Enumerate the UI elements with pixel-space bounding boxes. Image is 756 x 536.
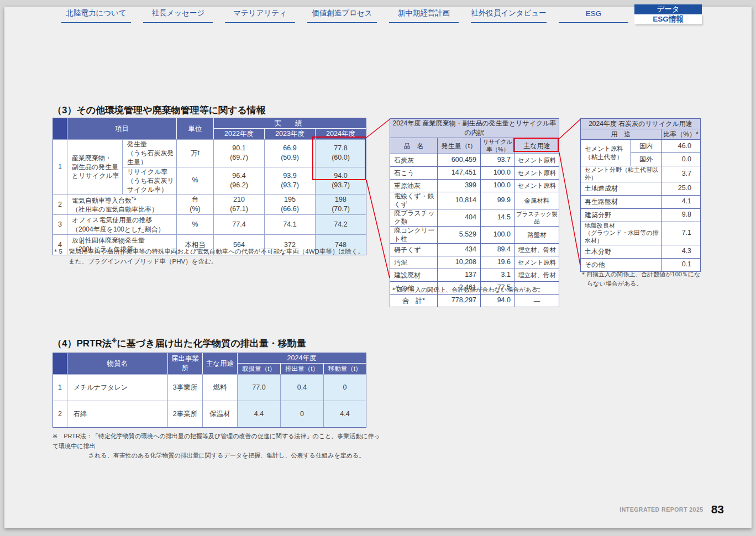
use-cell: 燃料	[202, 374, 237, 401]
col-header-emitted: 排出量（t）	[280, 364, 323, 374]
table-row: 廃コンクリート柱 5,529 100.0 路盤材	[390, 226, 559, 243]
nav-tab-about[interactable]: 北陸電力について	[61, 4, 131, 23]
rate-value: 7.1	[661, 222, 700, 245]
rate-value: 4.3	[661, 245, 700, 258]
col-header-fy2022: 2022年度	[213, 129, 264, 139]
waste-name: 重原油灰	[390, 179, 437, 192]
coalash-table-title: 2024年度 石炭灰のリサイクル用途	[581, 119, 700, 129]
table-row: セメント分野（粘土代替以外） 3.7	[581, 166, 700, 182]
value-fy2022: 210 (67.1)	[213, 194, 264, 214]
use-label: セメント分野（粘土代替以外）	[581, 166, 661, 182]
nav-tab-esg[interactable]: ESG	[559, 4, 628, 23]
table-row: 再生路盤材 4.1	[581, 195, 700, 208]
moved-value: 4.4	[323, 401, 366, 427]
emitted-value: 0.4	[280, 374, 323, 401]
table-row: 電線くず・鉄くず 10,814 99.9 金属材料	[390, 192, 559, 209]
total-rate: 94.0	[480, 294, 514, 307]
nav-tab-outside-directors[interactable]: 社外役員インタビュー	[471, 4, 547, 23]
value-fy2022: 96.4 (96.2)	[213, 167, 264, 195]
moved-value: 0	[323, 374, 366, 401]
section3-footnote: ＊5 緊急用車両や高所作業車等の特殊車両および電気自動車への代替が不可能な車両（…	[53, 246, 373, 267]
col-header-office: 届出事業所	[167, 353, 202, 374]
waste-rate: 100.0	[480, 166, 514, 179]
rate-value: 0.0	[661, 153, 700, 166]
nav-tab-president-message[interactable]: 社長メッセージ	[143, 4, 213, 23]
table-row: セメント原料 （粘土代替） 国内 46.0	[581, 139, 700, 153]
table-row: 石こう 147,451 100.0 セメント原料	[390, 166, 559, 179]
section3-table: 項目 単位 実 績 2022年度 2023年度 2024年度 1 産業廃棄物・ …	[53, 118, 366, 255]
corner-cell	[53, 118, 67, 139]
value-fy2023: 74.1	[264, 214, 315, 234]
waste-rate: 93.7	[480, 154, 514, 166]
overseas-label: 国外	[631, 153, 661, 166]
waste-name: 石炭灰	[390, 154, 437, 166]
row-number: 1	[53, 139, 67, 194]
use-label: 建築分野	[581, 208, 661, 222]
waste-rate: 100.0	[480, 179, 514, 192]
col-header-moved: 移動量（t）	[323, 364, 366, 374]
nav-tab-value-creation[interactable]: 価値創造プロセス	[307, 4, 377, 23]
table-row: 建築分野 9.8	[581, 208, 700, 222]
col-header-handled: 取扱量（t）	[237, 364, 280, 374]
rate-value: 4.1	[661, 195, 700, 208]
table-row: 土地造成材 25.0	[581, 182, 700, 195]
waste-amount: 137	[437, 269, 480, 281]
table-row: 地盤改良材 （グラウンド・水田等の排水材） 7.1	[581, 222, 700, 245]
waste-name: 汚泥	[390, 256, 437, 269]
col-header-rate: 比率（%）*	[661, 129, 700, 139]
waste-amount: 10,208	[437, 256, 480, 269]
table-row: 3 オフィス電気使用量の推移 （2004年度を100とした割合） % 77.4 …	[53, 214, 366, 234]
nav-tab-midterm-plan[interactable]: 新中期経営計画	[389, 4, 459, 23]
section4-title: （4）PRTR法※に基づき届け出た化学物質の排出量・移動量	[53, 337, 306, 350]
waste-rate: 19.6	[480, 256, 514, 269]
table-row: 碍子くず 434 89.4 埋立材、骨材	[390, 243, 559, 256]
table-row: 石炭灰 600,459 93.7 セメント原料	[390, 154, 559, 166]
nav-tab-data-wrap: データ ESG情報	[634, 4, 702, 23]
col-header-fy2023: 2023年度	[264, 129, 315, 139]
table-row: 1 メチルナフタレン 3事業所 燃料 77.0 0.4 0	[53, 374, 366, 401]
value-fy2023: 93.9 (93.7)	[264, 167, 315, 195]
waste-name: 碍子くず	[390, 243, 437, 256]
rate-value: 3.7	[661, 166, 700, 182]
unit-cell: %	[176, 214, 213, 234]
col-header-name: 品 名	[390, 138, 437, 154]
unit-cell: 台 (%)	[176, 194, 213, 214]
waste-amount: 10,814	[437, 192, 480, 209]
nav-tab-materiality[interactable]: マテリアリティ	[225, 4, 295, 23]
waste-amount: 5,529	[437, 226, 480, 243]
waste-amount: 434	[437, 243, 480, 256]
col-header-use: 用 途	[581, 129, 661, 139]
col-header-fy2024: 2024年度	[237, 353, 366, 364]
waste-rate: 99.9	[480, 192, 514, 209]
value-fy2022: 90.1 (69.7)	[213, 139, 264, 167]
value-fy2022: 77.4	[213, 214, 264, 234]
table-row: 汚泥 10,208 19.6 セメント原料	[390, 256, 559, 269]
use-label: 土木分野	[581, 245, 661, 258]
value-fy2024: 94.0 (93.7)	[315, 167, 366, 195]
row-number: 2	[53, 194, 67, 214]
waste-use: セメント原料	[514, 166, 559, 179]
waste-table-title: 2024年度 産業廃棄物・副生品の発生量とリサイクル率の内訳	[390, 119, 559, 138]
row-number: 1	[53, 374, 67, 401]
nav-subtab-esg-info[interactable]: ESG情報	[634, 14, 702, 24]
waste-breakdown-table: 2024年度 産業廃棄物・副生品の発生量とリサイクル率の内訳 品 名 発生量（t…	[390, 118, 559, 307]
row-number: 2	[53, 401, 67, 427]
col-header-use: 主な用途	[202, 353, 237, 374]
value-fy2023: 195 (66.6)	[264, 194, 315, 214]
table-row: 重原油灰 399 100.0 セメント原料	[390, 179, 559, 192]
item-label: オフィス電気使用量の推移 （2004年度を100とした割合）	[67, 214, 176, 234]
waste-use: セメント原料	[514, 256, 559, 269]
nav-tab-data-active[interactable]: データ	[634, 4, 702, 14]
waste-use: プラスチック製品	[514, 209, 559, 226]
section4-table: 物質名 届出事業所 主な用途 2024年度 取扱量（t） 排出量（t） 移動量（…	[53, 353, 366, 428]
waste-use: 路盤材	[514, 226, 559, 243]
rate-value: 9.8	[661, 208, 700, 222]
substance-name: 石綿	[67, 401, 167, 427]
total-amount: 778,297	[437, 294, 480, 307]
row-number: 3	[53, 214, 67, 234]
use-label: セメント原料 （粘土代替）	[581, 139, 631, 166]
use-label: 地盤改良材 （グラウンド・水田等の排水材）	[581, 222, 661, 245]
waste-name: 建設廃材	[390, 269, 437, 281]
table-row: 建設廃材 137 3.1 埋立材、骨材	[390, 269, 559, 281]
total-label: 合 計*	[390, 294, 437, 307]
